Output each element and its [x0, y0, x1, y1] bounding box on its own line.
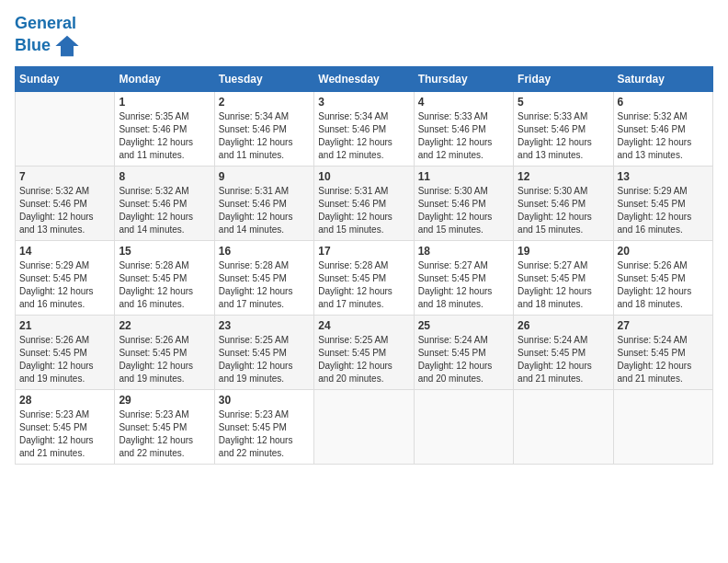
- day-info: Sunrise: 5:25 AMSunset: 5:45 PMDaylight:…: [318, 334, 409, 385]
- calendar-cell: 7Sunrise: 5:32 AMSunset: 5:46 PMDaylight…: [16, 166, 115, 240]
- day-info: Sunrise: 5:32 AMSunset: 5:46 PMDaylight:…: [19, 185, 110, 236]
- calendar-cell: [414, 389, 513, 464]
- day-number: 23: [219, 319, 310, 332]
- day-number: 28: [19, 394, 110, 407]
- logo-subtext: Blue: [15, 37, 51, 55]
- day-info: Sunrise: 5:34 AMSunset: 5:46 PMDaylight:…: [219, 110, 310, 162]
- calendar-cell: 30Sunrise: 5:23 AMSunset: 5:45 PMDayligh…: [214, 389, 313, 464]
- logo: General Blue: [15, 15, 80, 59]
- calendar-week-row: 7Sunrise: 5:32 AMSunset: 5:46 PMDaylight…: [16, 166, 713, 240]
- weekday-header: Monday: [115, 66, 214, 91]
- calendar-cell: 27Sunrise: 5:24 AMSunset: 5:45 PMDayligh…: [613, 315, 712, 389]
- day-info: Sunrise: 5:26 AMSunset: 5:45 PMDaylight:…: [119, 334, 210, 385]
- calendar-cell: 16Sunrise: 5:28 AMSunset: 5:45 PMDayligh…: [214, 240, 313, 315]
- day-number: 4: [418, 96, 509, 109]
- day-info: Sunrise: 5:24 AMSunset: 5:45 PMDaylight:…: [518, 334, 609, 385]
- header-row: SundayMondayTuesdayWednesdayThursdayFrid…: [16, 66, 713, 91]
- weekday-header: Thursday: [414, 66, 513, 91]
- day-number: 2: [219, 96, 310, 109]
- day-info: Sunrise: 5:27 AMSunset: 5:45 PMDaylight:…: [518, 259, 609, 311]
- calendar-cell: 26Sunrise: 5:24 AMSunset: 5:45 PMDayligh…: [514, 315, 613, 389]
- day-info: Sunrise: 5:26 AMSunset: 5:45 PMDaylight:…: [618, 259, 709, 311]
- calendar-cell: 18Sunrise: 5:27 AMSunset: 5:45 PMDayligh…: [414, 240, 513, 315]
- day-number: 29: [119, 394, 210, 407]
- day-info: Sunrise: 5:32 AMSunset: 5:46 PMDaylight:…: [618, 110, 709, 162]
- day-info: Sunrise: 5:24 AMSunset: 5:45 PMDaylight:…: [418, 334, 509, 385]
- day-number: 12: [518, 170, 609, 183]
- day-info: Sunrise: 5:35 AMSunset: 5:46 PMDaylight:…: [119, 110, 210, 162]
- calendar-cell: 13Sunrise: 5:29 AMSunset: 5:45 PMDayligh…: [613, 166, 712, 240]
- calendar-cell: 8Sunrise: 5:32 AMSunset: 5:46 PMDaylight…: [115, 166, 214, 240]
- page-header: General Blue: [15, 15, 713, 59]
- day-info: Sunrise: 5:28 AMSunset: 5:45 PMDaylight:…: [219, 259, 310, 311]
- calendar-body: 1Sunrise: 5:35 AMSunset: 5:46 PMDaylight…: [16, 91, 713, 464]
- weekday-header: Tuesday: [214, 66, 313, 91]
- day-info: Sunrise: 5:30 AMSunset: 5:46 PMDaylight:…: [418, 185, 509, 236]
- day-info: Sunrise: 5:23 AMSunset: 5:45 PMDaylight:…: [119, 408, 210, 460]
- weekday-header: Friday: [514, 66, 613, 91]
- day-number: 19: [518, 245, 609, 258]
- day-number: 8: [119, 170, 210, 183]
- day-number: 10: [318, 170, 409, 183]
- day-info: Sunrise: 5:34 AMSunset: 5:46 PMDaylight:…: [318, 110, 409, 162]
- day-info: Sunrise: 5:23 AMSunset: 5:45 PMDaylight:…: [219, 408, 310, 460]
- logo-icon: [54, 33, 80, 59]
- calendar-cell: 25Sunrise: 5:24 AMSunset: 5:45 PMDayligh…: [414, 315, 513, 389]
- day-number: 13: [618, 170, 709, 183]
- calendar-cell: 2Sunrise: 5:34 AMSunset: 5:46 PMDaylight…: [214, 91, 313, 166]
- day-number: 27: [618, 319, 709, 332]
- day-info: Sunrise: 5:29 AMSunset: 5:45 PMDaylight:…: [19, 259, 110, 311]
- calendar-cell: 28Sunrise: 5:23 AMSunset: 5:45 PMDayligh…: [16, 389, 115, 464]
- day-info: Sunrise: 5:31 AMSunset: 5:46 PMDaylight:…: [219, 185, 310, 236]
- day-number: 5: [518, 96, 609, 109]
- calendar-cell: 11Sunrise: 5:30 AMSunset: 5:46 PMDayligh…: [414, 166, 513, 240]
- calendar-cell: 14Sunrise: 5:29 AMSunset: 5:45 PMDayligh…: [16, 240, 115, 315]
- calendar-cell: 15Sunrise: 5:28 AMSunset: 5:45 PMDayligh…: [115, 240, 214, 315]
- weekday-header: Wednesday: [314, 66, 414, 91]
- day-info: Sunrise: 5:26 AMSunset: 5:45 PMDaylight:…: [19, 334, 110, 385]
- day-number: 22: [119, 319, 210, 332]
- calendar-cell: 23Sunrise: 5:25 AMSunset: 5:45 PMDayligh…: [214, 315, 313, 389]
- calendar-cell: 1Sunrise: 5:35 AMSunset: 5:46 PMDaylight…: [115, 91, 214, 166]
- day-number: 24: [318, 319, 409, 332]
- day-number: 9: [219, 170, 310, 183]
- day-info: Sunrise: 5:28 AMSunset: 5:45 PMDaylight:…: [119, 259, 210, 311]
- day-number: 16: [219, 245, 310, 258]
- day-info: Sunrise: 5:29 AMSunset: 5:45 PMDaylight:…: [618, 185, 709, 236]
- calendar-week-row: 1Sunrise: 5:35 AMSunset: 5:46 PMDaylight…: [16, 91, 713, 166]
- day-number: 15: [119, 245, 210, 258]
- day-info: Sunrise: 5:25 AMSunset: 5:45 PMDaylight:…: [219, 334, 310, 385]
- calendar-cell: [16, 91, 115, 166]
- svg-marker-0: [55, 36, 78, 56]
- calendar-cell: [613, 389, 712, 464]
- calendar-cell: 4Sunrise: 5:33 AMSunset: 5:46 PMDaylight…: [414, 91, 513, 166]
- day-number: 25: [418, 319, 509, 332]
- calendar-cell: 10Sunrise: 5:31 AMSunset: 5:46 PMDayligh…: [314, 166, 414, 240]
- weekday-header: Sunday: [16, 66, 115, 91]
- calendar-header: SundayMondayTuesdayWednesdayThursdayFrid…: [16, 66, 713, 91]
- day-info: Sunrise: 5:23 AMSunset: 5:45 PMDaylight:…: [19, 408, 110, 460]
- day-number: 26: [518, 319, 609, 332]
- calendar-week-row: 21Sunrise: 5:26 AMSunset: 5:45 PMDayligh…: [16, 315, 713, 389]
- day-info: Sunrise: 5:31 AMSunset: 5:46 PMDaylight:…: [318, 185, 409, 236]
- day-info: Sunrise: 5:32 AMSunset: 5:46 PMDaylight:…: [119, 185, 210, 236]
- day-info: Sunrise: 5:33 AMSunset: 5:46 PMDaylight:…: [418, 110, 509, 162]
- calendar-cell: 9Sunrise: 5:31 AMSunset: 5:46 PMDaylight…: [214, 166, 313, 240]
- calendar-table: SundayMondayTuesdayWednesdayThursdayFrid…: [15, 66, 713, 465]
- calendar-cell: 21Sunrise: 5:26 AMSunset: 5:45 PMDayligh…: [16, 315, 115, 389]
- calendar-cell: [514, 389, 613, 464]
- day-number: 3: [318, 96, 409, 109]
- day-number: 20: [618, 245, 709, 258]
- logo-text: General: [15, 15, 80, 33]
- calendar-cell: 29Sunrise: 5:23 AMSunset: 5:45 PMDayligh…: [115, 389, 214, 464]
- weekday-header: Saturday: [613, 66, 712, 91]
- day-number: 18: [418, 245, 509, 258]
- calendar-cell: 22Sunrise: 5:26 AMSunset: 5:45 PMDayligh…: [115, 315, 214, 389]
- day-number: 1: [119, 96, 210, 109]
- day-number: 6: [618, 96, 709, 109]
- day-number: 11: [418, 170, 509, 183]
- calendar-cell: 20Sunrise: 5:26 AMSunset: 5:45 PMDayligh…: [613, 240, 712, 315]
- day-info: Sunrise: 5:24 AMSunset: 5:45 PMDaylight:…: [618, 334, 709, 385]
- calendar-cell: 3Sunrise: 5:34 AMSunset: 5:46 PMDaylight…: [314, 91, 414, 166]
- calendar-cell: 24Sunrise: 5:25 AMSunset: 5:45 PMDayligh…: [314, 315, 414, 389]
